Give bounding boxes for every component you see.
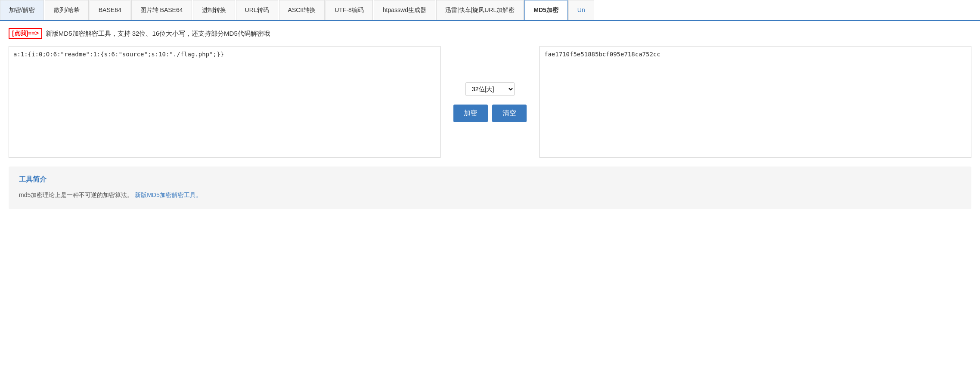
banner-text: 新版MD5加密解密工具，支持 32位、16位大小写，还支持部分MD5代码解密哦 <box>46 30 270 38</box>
nav-tab[interactable]: 加密/解密 <box>0 0 44 20</box>
nav-tab[interactable]: MD5加密 <box>524 0 568 21</box>
banner-button[interactable]: [点我]==> <box>9 28 42 39</box>
button-row: 加密 清空 <box>453 105 527 122</box>
nav-tab[interactable]: 图片转 BASE64 <box>131 0 192 20</box>
input-textarea[interactable] <box>9 46 440 158</box>
nav-tab[interactable]: UTF-8编码 <box>326 0 373 20</box>
nav-tabs: 加密/解密散列/哈希BASE64图片转 BASE64进制转换URL转码ASCII… <box>0 0 980 21</box>
mode-select[interactable]: 32位[大]32位[小]16位[大]16位[小] <box>465 82 515 96</box>
nav-tab[interactable]: 进制转换 <box>193 0 235 20</box>
nav-tab[interactable]: BASE64 <box>90 0 130 20</box>
encrypt-button[interactable]: 加密 <box>453 105 488 122</box>
nav-tab[interactable]: 散列/哈希 <box>45 0 89 20</box>
banner: [点我]==> 新版MD5加密解密工具，支持 32位、16位大小写，还支持部分M… <box>9 28 971 39</box>
intro-title: 工具简介 <box>19 175 961 184</box>
output-textarea[interactable] <box>540 46 971 158</box>
clear-button[interactable]: 清空 <box>492 105 527 122</box>
intro-text: md5加密理论上是一种不可逆的加密算法。 新版MD5加密解密工具。 <box>19 190 961 200</box>
tool-intro: 工具简介 md5加密理论上是一种不可逆的加密算法。 新版MD5加密解密工具。 <box>9 166 971 209</box>
tool-area: 32位[大]32位[小]16位[大]16位[小] 加密 清空 <box>9 46 971 158</box>
nav-tab[interactable]: 迅雷|快车|旋风URL加解密 <box>436 0 524 20</box>
intro-link[interactable]: 新版MD5加密解密工具。 <box>135 191 202 198</box>
nav-tab[interactable]: URL转码 <box>236 0 278 20</box>
nav-tab[interactable]: htpasswd生成器 <box>374 0 435 20</box>
middle-controls: 32位[大]32位[小]16位[大]16位[小] 加密 清空 <box>440 46 540 158</box>
intro-text-content: md5加密理论上是一种不可逆的加密算法。 <box>19 191 133 198</box>
nav-tab[interactable]: ASCII转换 <box>279 0 325 20</box>
nav-tab[interactable]: Un <box>568 0 594 21</box>
main-content: [点我]==> 新版MD5加密解密工具，支持 32位、16位大小写，还支持部分M… <box>0 21 980 216</box>
